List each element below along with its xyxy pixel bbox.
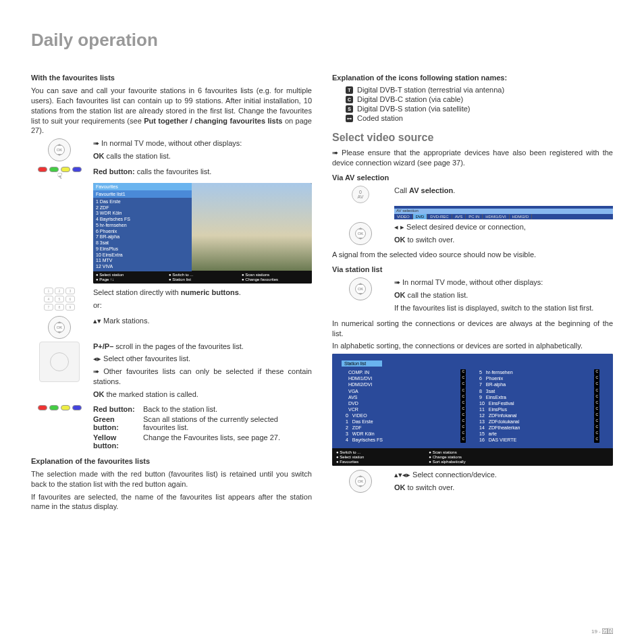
left-column: With the favourites lists You can save a…: [31, 68, 312, 514]
station-list-screenshot: Station list COMP. INC HDMI1/DVIC HDMI2/…: [332, 354, 613, 466]
dvbc-icon: C: [346, 96, 353, 103]
normal-tv-line: ➠ In normal TV mode, without other displ…: [93, 138, 242, 149]
heading-icons: Explanation of the icons following stati…: [332, 74, 613, 82]
ok-icon: [349, 470, 372, 493]
favourites-screenshot: Favourites Favourite list1 1 Das Erste2 …: [93, 183, 312, 284]
ok-icon: [48, 316, 71, 339]
signal-text: A signal from the selected video source …: [332, 250, 613, 260]
para-alpha: In alphabetic sorting, the connections o…: [332, 341, 613, 351]
heading-select-video: Select video source: [332, 132, 613, 144]
dvbt-icon: T: [346, 86, 353, 94]
numpad-icon: 123456789: [44, 288, 75, 311]
coded-icon: ⊶: [346, 115, 353, 122]
heading-favourites: With the favourites lists: [31, 74, 312, 82]
para-favourites: You can save and call your favourite sta…: [31, 86, 312, 136]
para-numerical: In numerical sorting the connections or …: [332, 319, 613, 339]
para-ensure: ➠ Please ensure that the appropriate dev…: [332, 148, 613, 168]
finger-icon: ☟: [57, 172, 62, 180]
para-expl2: If favourites are selected, the name of …: [31, 492, 312, 512]
ok-icon: [48, 138, 71, 161]
heading-av: Via AV selection: [332, 173, 613, 182]
ok-icon: [349, 222, 372, 245]
para-expl1: The selection made with the red button (…: [31, 469, 312, 489]
heading-explanation: Explanation of the favourites lists: [31, 457, 312, 465]
page-title: Daily operation: [31, 30, 613, 51]
heading-station-list: Via station list: [332, 265, 613, 273]
color-buttons-icon: [38, 405, 82, 410]
ok-icon: [349, 277, 372, 300]
remote-icon: [39, 342, 80, 382]
av-button-icon: 0AV: [352, 186, 369, 203]
dvbs-icon: S: [346, 105, 353, 113]
page-footer: 19 - 🄶🄱: [591, 628, 613, 635]
av-bar-screenshot: AV selection VIDEODVDDVD-RECAVSPC INHDMI…: [394, 206, 613, 219]
columns: With the favourites lists You can save a…: [31, 68, 613, 514]
right-column: Explanation of the icons following stati…: [332, 68, 613, 514]
